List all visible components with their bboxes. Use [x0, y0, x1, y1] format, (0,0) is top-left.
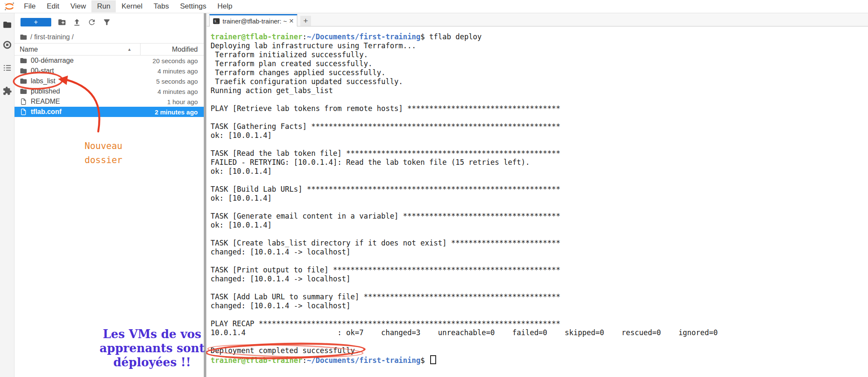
- new-launcher-button[interactable]: +: [21, 18, 51, 26]
- terminal-line: ok: [10.0.1.4]: [211, 167, 718, 176]
- panel-resize-handle[interactable]: [204, 13, 206, 377]
- prompt-user-host: trainer@tflab-trainer: [211, 32, 302, 41]
- terminal-line: [211, 176, 718, 185]
- menu-edit[interactable]: Edit: [41, 0, 65, 12]
- column-modified[interactable]: Modified: [172, 46, 198, 53]
- terminal-output: trainer@tflab-trainer:~/Documents/first-…: [211, 32, 718, 364]
- menu-help[interactable]: Help: [212, 0, 238, 12]
- terminal-line: [211, 95, 718, 104]
- terminal-line: TASK [Read the lab token file] *********…: [211, 149, 718, 158]
- terminal-line: [211, 283, 718, 292]
- terminal-line: changed: [10.0.1.4 -> localhost]: [211, 301, 718, 310]
- upload-icon[interactable]: [73, 18, 81, 26]
- column-name[interactable]: Name: [20, 46, 38, 53]
- running-sessions-icon[interactable]: [3, 40, 12, 50]
- file-browser-panel: + / first-training / Name ▲ Modifi: [15, 13, 204, 377]
- table-of-contents-icon[interactable]: [3, 63, 12, 73]
- terminal-line: [211, 230, 718, 239]
- terminal-line: trainer@tflab-trainer:~/Documents/first-…: [211, 32, 718, 41]
- terminal-line: Terraform initialized successfully.: [211, 50, 718, 59]
- prompt-path: ~/Documents/first-training: [307, 32, 420, 41]
- terminal-line: TASK [Create labs_list directory if it d…: [211, 239, 718, 248]
- terminal-line: PLAY [Retrieve lab tokens from remote ho…: [211, 104, 718, 113]
- terminal-line: 10.0.1.4 : ok=7 changed=3 unreachable=0 …: [211, 328, 718, 337]
- refresh-icon[interactable]: [88, 18, 96, 26]
- file-modified: 2 minutes ago: [155, 108, 198, 116]
- terminal-panel[interactable]: trainer@tflab-trainer:~/Documents/first-…: [207, 26, 868, 377]
- sort-ascending-icon[interactable]: ▲: [127, 47, 132, 52]
- terminal-line: TASK [Generate email content in a variab…: [211, 212, 718, 221]
- jupyter-logo-icon: [4, 1, 15, 12]
- terminal-line: [211, 257, 718, 266]
- file-name: 00-démarrage: [31, 57, 74, 64]
- file-icon: [20, 98, 27, 105]
- file-modified: 4 minutes ago: [158, 67, 198, 75]
- terminal-line: Traefik configuration updated successful…: [211, 77, 718, 86]
- annotation-arrow: [56, 73, 111, 137]
- terminal-line: TASK [Add Lab URL to summary file] *****…: [211, 292, 718, 301]
- column-divider: [140, 44, 141, 55]
- terminal-line: [211, 140, 718, 149]
- menu-kernel[interactable]: Kernel: [116, 0, 148, 12]
- file-modified: 5 seconds ago: [156, 78, 198, 85]
- svg-text:$_: $_: [214, 19, 218, 23]
- new-tab-button[interactable]: +: [300, 16, 311, 26]
- menu-tabs[interactable]: Tabs: [148, 0, 175, 12]
- terminal-line: Terraform changes applied successfully.: [211, 68, 718, 77]
- annotation-vms-deployed: Les VMs de vos apprenants sont déployées…: [97, 327, 207, 369]
- terminal-line: ok: [10.0.1.4]: [211, 221, 718, 230]
- activity-bar: [0, 13, 15, 377]
- menu-settings[interactable]: Settings: [175, 0, 212, 12]
- deployment-success-message: Deployment completed successfully.: [211, 346, 359, 355]
- menu-file[interactable]: File: [18, 0, 41, 12]
- menu-bar: FileEditViewRunKernelTabsSettingsHelp: [0, 0, 868, 13]
- breadcrumb-path: / first-training /: [30, 33, 73, 41]
- file-browser-toolbar: +: [15, 13, 204, 31]
- file-icon: [20, 108, 27, 116]
- menu-items: FileEditViewRunKernelTabsSettingsHelp: [18, 0, 238, 13]
- terminal-line: FAILED - RETRYING: [10.0.1.4]: Read the …: [211, 158, 718, 167]
- folder-icon: [20, 57, 27, 64]
- extensions-icon[interactable]: [3, 86, 12, 96]
- terminal-line: TASK [Print output to file] ************…: [211, 266, 718, 275]
- terminal-line: [211, 113, 718, 122]
- terminal-line: Deploying lab infrastructure using Terra…: [211, 41, 718, 50]
- breadcrumb[interactable]: / first-training /: [15, 31, 204, 43]
- terminal-line: changed: [10.0.1.4 -> localhost]: [211, 275, 718, 283]
- terminal-line: Terraform plan created successfully.: [211, 59, 718, 68]
- terminal-line: Deployment completed successfully.: [211, 346, 718, 355]
- file-modified: 1 hour ago: [167, 98, 198, 105]
- terminal-line: TASK [Gathering Facts] *****************…: [211, 122, 718, 131]
- terminal-line: changed: [10.0.1.4 -> localhost]: [211, 248, 718, 257]
- filter-icon[interactable]: [103, 18, 111, 26]
- terminal-line: PLAY RECAP *****************************…: [211, 319, 718, 328]
- tab-bar: $_ trainer@tflab-trainer: ~/Doc ✕ +: [207, 13, 868, 26]
- terminal-icon: $_: [213, 18, 220, 25]
- terminal-line: ok: [10.0.1.4]: [211, 131, 718, 140]
- file-browser-icon[interactable]: [3, 20, 12, 29]
- terminal-cursor: [430, 355, 436, 364]
- terminal-line: TASK [Build Lab URLs] ******************…: [211, 185, 718, 194]
- home-folder-icon[interactable]: [20, 33, 27, 41]
- menu-run[interactable]: Run: [91, 0, 116, 12]
- terminal-line: ok: [10.0.1.4]: [211, 194, 718, 203]
- tab-terminal[interactable]: $_ trainer@tflab-trainer: ~/Doc ✕: [209, 14, 297, 26]
- tab-title: trainer@tflab-trainer: ~/Doc: [223, 18, 287, 25]
- file-modified: 4 minutes ago: [158, 88, 198, 95]
- terminal-line: [211, 203, 718, 212]
- file-modified: 20 seconds ago: [152, 57, 198, 64]
- annotation-nouveau-dossier: Nouveau dossier: [85, 139, 123, 167]
- close-tab-icon[interactable]: ✕: [289, 18, 294, 24]
- terminal-line: Running action get_labs_list: [211, 86, 718, 95]
- file-row[interactable]: 00-démarrage20 seconds ago: [15, 56, 204, 66]
- new-folder-icon[interactable]: [58, 18, 66, 26]
- terminal-line: [211, 310, 718, 319]
- jupyterlab-window: FileEditViewRunKernelTabsSettingsHelp +: [0, 0, 868, 377]
- menu-view[interactable]: View: [65, 0, 92, 12]
- file-list-header[interactable]: Name ▲ Modified: [15, 43, 204, 56]
